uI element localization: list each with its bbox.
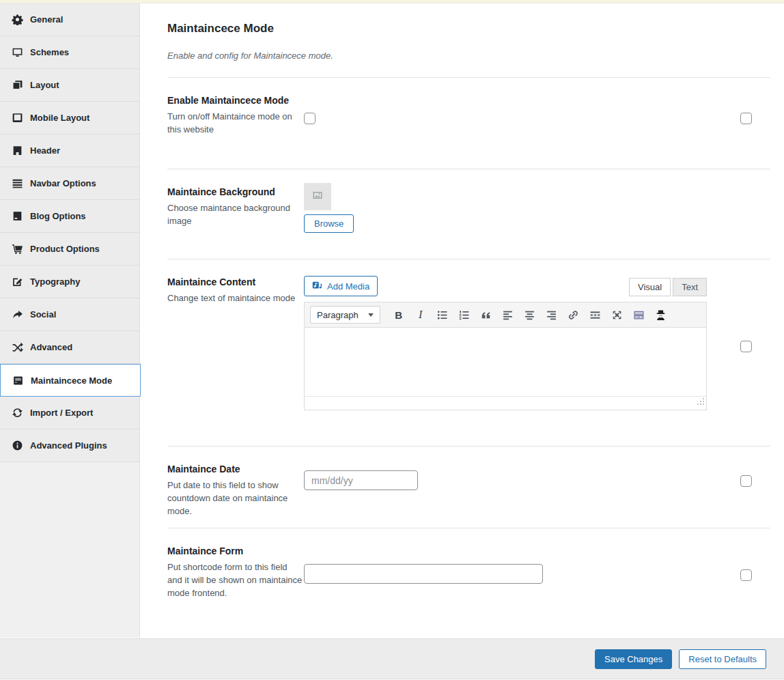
section-maintenance-date: Maintaince Date Put date to this field t… bbox=[167, 446, 770, 528]
reset-to-defaults-button[interactable]: Reset to Defaults bbox=[679, 649, 766, 669]
editor-content[interactable] bbox=[305, 328, 706, 396]
sidebar-item-label: Typography bbox=[30, 277, 80, 287]
align-left-icon bbox=[502, 309, 514, 321]
bullet-list-button[interactable] bbox=[434, 306, 451, 324]
sidebar-item-advanced-plugins[interactable]: Advanced Plugins bbox=[0, 429, 139, 462]
paragraph-format-select[interactable]: Paragraph bbox=[310, 306, 380, 324]
sidebar-item-product-options[interactable]: Product Options bbox=[0, 233, 139, 266]
save-changes-button[interactable]: Save Changes bbox=[595, 649, 672, 669]
align-right-icon bbox=[546, 309, 557, 321]
editor-toolbar: Paragraph B I bbox=[305, 302, 706, 328]
sidebar-item-label: Mobile Layout bbox=[30, 113, 89, 123]
sidebar-item-label: Maintaincece Mode bbox=[31, 376, 112, 386]
bullet-list-icon bbox=[436, 309, 448, 321]
tab-text[interactable]: Text bbox=[673, 278, 707, 296]
section-description: Choose maintance background image bbox=[167, 202, 304, 228]
sync-icon bbox=[12, 407, 23, 419]
media-icon bbox=[312, 280, 322, 292]
maintenance-date-input[interactable] bbox=[304, 470, 418, 490]
tab-visual[interactable]: Visual bbox=[629, 278, 671, 296]
wysiwyg-editor: Add Media Visual Text Paragraph bbox=[304, 276, 707, 410]
shuffle-icon bbox=[12, 341, 23, 353]
blockquote-button[interactable] bbox=[477, 306, 495, 324]
sidebar-item-label: Navbar Options bbox=[30, 178, 96, 188]
sidebar-item-social[interactable]: Social bbox=[0, 298, 139, 331]
link-icon bbox=[568, 309, 579, 321]
enable-maintenance-right-checkbox[interactable] bbox=[740, 113, 752, 124]
info-icon bbox=[12, 440, 23, 451]
blog-icon bbox=[12, 210, 23, 222]
sidebar-item-label: Import / Export bbox=[30, 408, 93, 418]
section-description: Put date to this field to show countdown… bbox=[167, 479, 304, 518]
cart-icon bbox=[12, 243, 23, 255]
section-title: Maintaince Background bbox=[167, 186, 304, 199]
browse-button[interactable]: Browse bbox=[304, 214, 354, 233]
gear-icon bbox=[12, 14, 23, 25]
align-center-icon bbox=[524, 309, 535, 321]
add-media-button[interactable]: Add Media bbox=[304, 276, 378, 296]
sidebar-item-label: Blog Options bbox=[30, 211, 86, 221]
sidebar-item-header[interactable]: Header bbox=[0, 134, 139, 167]
sidebar-item-general[interactable]: General bbox=[0, 3, 139, 36]
link-button[interactable] bbox=[565, 306, 583, 324]
maintenance-date-right-checkbox[interactable] bbox=[740, 475, 752, 487]
sidebar-item-maintenance-mode[interactable]: Maintaincece Mode bbox=[0, 364, 141, 397]
sidebar-item-label: Advanced Plugins bbox=[30, 440, 107, 451]
align-right-button[interactable] bbox=[543, 306, 561, 324]
ordered-list-button[interactable] bbox=[456, 306, 473, 324]
italic-button[interactable]: I bbox=[412, 306, 430, 324]
actions-footer: Save Changes Reset to Defaults bbox=[0, 638, 784, 679]
section-description: Turn on/off Maintaince mode on this webs… bbox=[167, 111, 304, 137]
sidebar-item-advanced[interactable]: Advanced bbox=[0, 331, 139, 364]
sidebar-item-schemes[interactable]: Schemes bbox=[0, 36, 139, 69]
bold-icon: B bbox=[395, 309, 402, 321]
align-center-button[interactable] bbox=[521, 306, 539, 324]
monitor-icon bbox=[12, 46, 23, 58]
figure-with-hat-icon bbox=[655, 309, 667, 321]
image-placeholder-icon bbox=[312, 190, 323, 203]
maintenance-content-right-checkbox[interactable] bbox=[740, 341, 752, 352]
sidebar-item-layout[interactable]: Layout bbox=[0, 69, 139, 102]
paragraph-select-value: Paragraph bbox=[317, 310, 359, 320]
resize-grip[interactable] bbox=[697, 396, 705, 408]
menu-bars-icon bbox=[12, 178, 23, 189]
italic-icon: I bbox=[419, 309, 422, 321]
enable-maintenance-checkbox[interactable] bbox=[304, 113, 316, 124]
settings-panel: Maintaincece Mode Enable and config for … bbox=[141, 3, 784, 636]
section-maintenance-background: Maintaince Background Choose maintance b… bbox=[167, 169, 770, 259]
maintenance-form-right-checkbox[interactable] bbox=[740, 569, 752, 581]
sidebar-item-label: Layout bbox=[30, 80, 59, 90]
section-title: Maintaince Form bbox=[167, 545, 304, 558]
section-title: Maintaince Content bbox=[167, 276, 304, 289]
layers-icon bbox=[12, 79, 23, 91]
fullscreen-icon bbox=[611, 309, 623, 321]
sidebar-item-label: Social bbox=[30, 309, 56, 320]
blockquote-icon bbox=[480, 309, 492, 321]
edit-icon bbox=[12, 276, 23, 287]
maintenance-form-input[interactable] bbox=[304, 564, 543, 584]
bold-button[interactable]: B bbox=[390, 306, 408, 324]
read-more-button[interactable] bbox=[587, 306, 604, 324]
sidebar-item-import-export[interactable]: Import / Export bbox=[0, 397, 139, 429]
sidebar-item-label: Advanced bbox=[30, 342, 72, 352]
keyboard-toolbar-toggle-button[interactable] bbox=[630, 306, 648, 324]
sidebar-item-label: Header bbox=[30, 145, 60, 156]
background-image-preview bbox=[304, 183, 331, 210]
fullscreen-button[interactable] bbox=[608, 306, 626, 324]
sidebar-item-blog-options[interactable]: Blog Options bbox=[0, 200, 139, 233]
sidebar-item-mobile-layout[interactable]: Mobile Layout bbox=[0, 102, 139, 134]
chevron-down-icon bbox=[368, 313, 374, 317]
sidebar-item-typography[interactable]: Typography bbox=[0, 266, 139, 298]
add-media-label: Add Media bbox=[327, 281, 369, 292]
section-description: Put shortcode form to this field and it … bbox=[167, 561, 304, 600]
section-enable-maintenance: Enable Maintaincece Mode Turn on/off Mai… bbox=[167, 77, 770, 169]
sidebar-item-navbar-options[interactable]: Navbar Options bbox=[0, 167, 139, 200]
page-title: Maintaincece Mode bbox=[167, 22, 770, 36]
section-maintenance-content: Maintaince Content Change text of mainta… bbox=[167, 259, 770, 446]
keyboard-icon bbox=[633, 309, 645, 321]
section-description: Change text of maintaince mode bbox=[167, 292, 304, 305]
section-maintenance-form: Maintaince Form Put shortcode form to th… bbox=[167, 528, 770, 636]
align-left-button[interactable] bbox=[499, 306, 517, 324]
section-title: Maintaince Date bbox=[167, 463, 304, 476]
figure-with-hat-button[interactable] bbox=[652, 306, 670, 324]
